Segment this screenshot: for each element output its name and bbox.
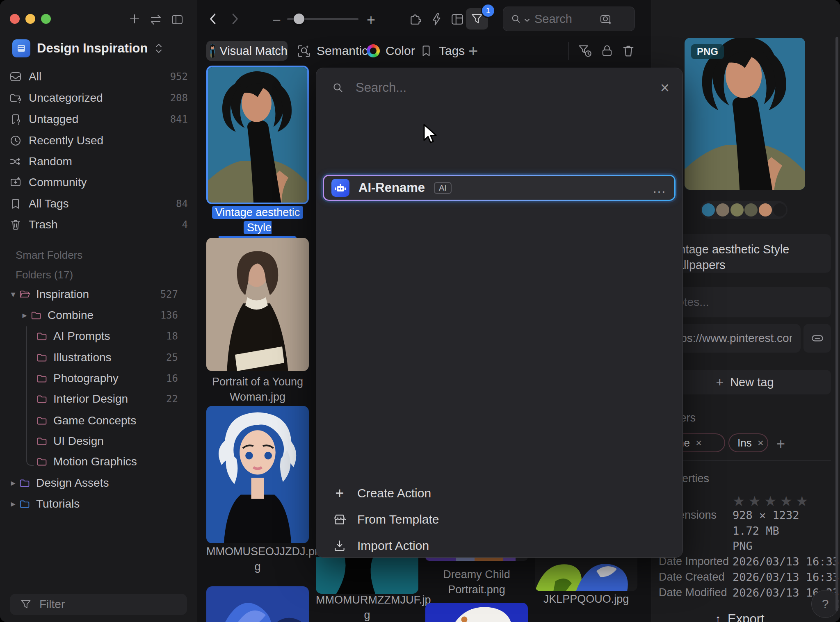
folder-item-photography[interactable]: Photography16 bbox=[4, 368, 189, 389]
filter-history-icon[interactable] bbox=[578, 43, 592, 58]
new-tag-button[interactable]: + New tag bbox=[659, 370, 831, 394]
notes-field[interactable] bbox=[659, 287, 831, 317]
modal-search-input[interactable] bbox=[355, 80, 603, 96]
preview-image[interactable]: PNG bbox=[685, 38, 805, 190]
match-mode-visual[interactable]: Visual Match bbox=[206, 41, 288, 61]
folders-section-label[interactable]: Folders (17) bbox=[16, 269, 73, 281]
grid-caption[interactable]: Portrait of a YoungWoman.jpg bbox=[206, 374, 309, 405]
grid-thumbnail[interactable] bbox=[206, 586, 309, 622]
match-mode-semantic[interactable]: Semantic bbox=[296, 43, 368, 59]
modal-search-row[interactable]: × bbox=[316, 68, 682, 107]
palette-swatch[interactable] bbox=[702, 203, 715, 216]
folder-item-design-assets[interactable]: ▸ Design Assets bbox=[4, 473, 189, 493]
help-button[interactable]: ? bbox=[811, 590, 839, 618]
zoom-out-button[interactable]: − bbox=[272, 11, 281, 29]
library-selector[interactable]: Design Inspiration bbox=[12, 39, 185, 57]
close-window-button[interactable] bbox=[10, 14, 20, 24]
folder-item-illustrations[interactable]: Illustrations25 bbox=[4, 347, 189, 368]
sidebar-item-recently-used[interactable]: Recently Used bbox=[9, 130, 188, 151]
action-menu-button[interactable]: … bbox=[652, 180, 667, 196]
add-folder-chip-button[interactable]: + bbox=[776, 435, 785, 453]
grid-thumbnail-selected[interactable] bbox=[206, 66, 309, 204]
nav-forward-button[interactable] bbox=[226, 11, 243, 27]
folder-icon bbox=[30, 309, 43, 321]
add-match-mode-button[interactable]: + bbox=[468, 42, 478, 60]
star-rating[interactable] bbox=[733, 493, 808, 509]
folder-item-tutorials[interactable]: ▸ Tutorials bbox=[4, 494, 189, 514]
actions-modal: × AI-Rename AI … + Create Action From Te… bbox=[316, 68, 683, 558]
folder-item-game-concepts[interactable]: Game Concepts bbox=[4, 410, 189, 431]
lock-icon[interactable] bbox=[600, 43, 614, 58]
palette-swatch[interactable] bbox=[759, 203, 772, 216]
layout-view-icon[interactable] bbox=[450, 12, 464, 26]
folder-item-motion-graphics[interactable]: Motion Graphics bbox=[4, 451, 189, 472]
quick-actions-icon[interactable] bbox=[430, 12, 444, 26]
visual-search-camera-icon[interactable] bbox=[599, 12, 612, 25]
folder-item-ai-prompts[interactable]: AI Prompts18 bbox=[4, 326, 189, 346]
sidebar-item-community[interactable]: Community bbox=[9, 172, 188, 193]
match-mode-color[interactable]: Color bbox=[367, 43, 415, 59]
from-template-item[interactable]: From Template bbox=[324, 507, 676, 532]
grid-caption[interactable]: MMOMURMZZMJUF.jpg bbox=[316, 592, 418, 622]
palette-swatch[interactable] bbox=[773, 203, 786, 216]
sidebar-item-all-tags[interactable]: All Tags84 bbox=[9, 193, 188, 214]
grid-thumbnail[interactable] bbox=[316, 557, 418, 594]
global-search-input[interactable] bbox=[534, 12, 597, 26]
sidebar-item-trash[interactable]: Trash4 bbox=[9, 214, 188, 235]
sidebar-item-all[interactable]: All952 bbox=[9, 66, 188, 87]
library-icon bbox=[12, 39, 30, 57]
section-divider bbox=[659, 460, 831, 461]
tags-bookmark-icon bbox=[419, 44, 433, 58]
grid-thumbnail[interactable] bbox=[425, 603, 528, 622]
toggle-sidebar-icon[interactable] bbox=[171, 13, 184, 26]
zoom-in-button[interactable]: + bbox=[367, 11, 375, 29]
palette-swatch[interactable] bbox=[744, 203, 758, 216]
close-icon[interactable]: × bbox=[660, 80, 669, 96]
zoom-window-button[interactable] bbox=[41, 14, 51, 24]
open-link-button[interactable] bbox=[803, 324, 831, 353]
global-search-box[interactable] bbox=[503, 7, 635, 31]
grid-thumbnail[interactable] bbox=[535, 557, 637, 591]
sidebar-item-untagged[interactable]: Untagged841 bbox=[9, 109, 188, 130]
folder-item-combine[interactable]: ▸ Combine136 bbox=[4, 305, 189, 326]
download-icon bbox=[333, 539, 347, 553]
create-action-item[interactable]: + Create Action bbox=[324, 481, 676, 506]
folder-icon bbox=[36, 351, 48, 364]
star-icon bbox=[796, 493, 808, 509]
match-mode-tags[interactable]: Tags bbox=[419, 43, 465, 59]
grid-thumbnail[interactable] bbox=[206, 406, 309, 543]
folder-item-ui-design[interactable]: UI Design bbox=[4, 431, 189, 451]
grid-caption[interactable]: JKLPPQOUO.jpg bbox=[535, 592, 637, 607]
filter-bar[interactable]: Filter bbox=[10, 594, 187, 615]
remove-chip-icon[interactable]: × bbox=[758, 437, 764, 449]
modal-footer-divider bbox=[316, 477, 682, 477]
folder-chip[interactable]: Ins× bbox=[728, 433, 768, 452]
import-action-item[interactable]: Import Action bbox=[324, 533, 676, 558]
folder-item-interior-design[interactable]: Interior Design22 bbox=[4, 389, 189, 409]
folder-icon bbox=[19, 477, 31, 489]
remove-chip-icon[interactable]: × bbox=[696, 437, 702, 449]
url-input[interactable] bbox=[667, 331, 792, 345]
grid-caption[interactable]: MMOMUSEOJJZDJ.png bbox=[206, 544, 309, 574]
trash-icon[interactable] bbox=[621, 43, 636, 58]
plugins-icon[interactable] bbox=[409, 12, 422, 26]
nav-back-button[interactable] bbox=[205, 11, 221, 27]
notes-input[interactable] bbox=[669, 295, 821, 309]
palette-swatch[interactable] bbox=[716, 203, 729, 216]
panel-scrollbar[interactable] bbox=[835, 37, 838, 611]
smart-folders-section-label[interactable]: Smart Folders bbox=[16, 249, 82, 262]
grid-thumbnail[interactable] bbox=[206, 238, 309, 371]
add-library-icon[interactable] bbox=[128, 12, 141, 25]
folder-item-inspiration[interactable]: ▾ Inspiration527 bbox=[4, 284, 189, 305]
zoom-slider-thumb[interactable] bbox=[294, 14, 304, 24]
swap-library-icon[interactable] bbox=[149, 13, 162, 26]
action-item-wrapper[interactable]: AI-Rename AI … bbox=[323, 175, 676, 201]
minimize-window-button[interactable] bbox=[25, 14, 35, 24]
title-field[interactable]: Vintage aesthetic Style wallpapers bbox=[659, 234, 831, 273]
sidebar-item-random[interactable]: Random bbox=[9, 151, 188, 172]
grid-caption[interactable]: Dreamy ChildPortrait.png bbox=[425, 567, 528, 597]
library-name: Design Inspiration bbox=[37, 41, 148, 56]
export-button[interactable]: ↑ Export bbox=[715, 612, 765, 622]
palette-swatch[interactable] bbox=[730, 203, 744, 216]
sidebar-item-uncategorized[interactable]: Uncategorized208 bbox=[9, 87, 188, 109]
